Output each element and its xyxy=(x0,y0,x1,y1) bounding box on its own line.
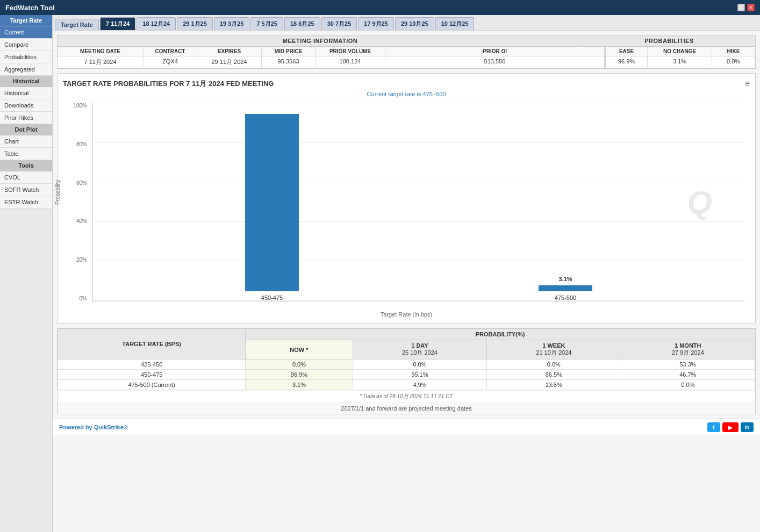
day1-450-475: 95.1% xyxy=(353,370,486,380)
bar-group-450-475: 96.9% 450-475 xyxy=(245,114,299,301)
projected-note: 2027/1/1 and forward are projected meeti… xyxy=(58,402,755,414)
month1-425-450: 53.3% xyxy=(621,360,755,370)
sidebar-item-prior-hikes[interactable]: Prior Hikes xyxy=(0,112,52,124)
trademark: ® xyxy=(124,424,128,430)
expires-value: 29 11月 2024 xyxy=(197,56,262,68)
y-axis-label: Probability xyxy=(55,194,61,205)
column-headers-row: MEETING DATE CONTRACT EXPIRES MID PRICE … xyxy=(58,47,755,56)
sidebar-item-downloads[interactable]: Downloads xyxy=(0,99,52,112)
y-tick-20: 20% xyxy=(76,257,87,263)
sidebar-item-probabilities[interactable]: Probabilities xyxy=(0,51,52,63)
tab-target-rate[interactable]: Target Rate xyxy=(55,19,99,30)
col-no-change: NO CHANGE xyxy=(648,47,712,56)
month1-450-475: 46.7% xyxy=(621,370,755,380)
col-1week-date: 21 10月 2024 xyxy=(536,349,571,356)
tab-29oct25[interactable]: 29 10月25 xyxy=(395,17,434,30)
tab-7nov24[interactable]: 7 11月24 xyxy=(100,17,136,30)
sidebar-section-historical[interactable]: Historical xyxy=(0,76,52,87)
day1-425-450: 0.0% xyxy=(353,360,486,370)
col-header-1week: 1 WEEK21 10月 2024 xyxy=(487,340,621,360)
rate-475-500: 475-500 (Current) xyxy=(58,380,246,390)
main-layout: Target Rate Current Compare Probabilitie… xyxy=(0,15,760,532)
prior-volume-value: 100,124 xyxy=(316,56,385,68)
tab-17sep25[interactable]: 17 9月25 xyxy=(358,17,394,30)
sidebar-item-compare[interactable]: Compare xyxy=(0,39,52,51)
section-header-row: MEETING INFORMATION PROBABILITIES xyxy=(58,35,755,47)
y-tick-40: 40% xyxy=(76,218,87,224)
sidebar-section-tools[interactable]: Tools xyxy=(0,160,52,171)
week1-475-500: 13.5% xyxy=(487,380,621,390)
sidebar-section-target-rate[interactable]: Target Rate xyxy=(0,15,52,26)
y-tick-80: 80% xyxy=(76,141,87,147)
refresh-button[interactable]: ↺ xyxy=(737,4,745,11)
y-tick-100: 100% xyxy=(73,103,87,109)
sidebar-item-current[interactable]: Current xyxy=(0,26,52,39)
tab-7may25[interactable]: 7 5月25 xyxy=(250,17,283,30)
meeting-info-section: MEETING INFORMATION PROBABILITIES MEETIN… xyxy=(57,35,756,69)
tab-30jul25[interactable]: 30 7月25 xyxy=(321,17,357,30)
tab-18jun25[interactable]: 18 6月25 xyxy=(284,17,320,30)
col-prior-volume: PRIOR VOLUME xyxy=(316,47,385,56)
bar-475-500: 3.1% xyxy=(539,285,592,291)
table-row-475-500: 475-500 (Current) 3.1% 4.9% 13.5% 0.0% xyxy=(58,380,755,390)
tab-10dec25[interactable]: 10 12月25 xyxy=(435,17,475,30)
sidebar-item-estr-watch[interactable]: ESTR Watch xyxy=(0,196,52,209)
data-note: * Data as of 28 10月 2024 11:11:21 CT xyxy=(58,390,755,402)
bar-label-450-475: 96.9% xyxy=(263,104,280,111)
sidebar-item-cvol[interactable]: CVOL xyxy=(0,171,52,184)
y-axis: 100% 80% 60% 40% 20% 0% xyxy=(63,103,90,301)
week1-450-475: 86.5% xyxy=(487,370,621,380)
col-hike: HIKE xyxy=(712,47,755,56)
chart-section: TARGET RATE PROBABILITIES FOR 7 11月 2024… xyxy=(57,73,756,323)
col-header-1day: 1 DAY25 10月 2024 xyxy=(353,340,486,360)
youtube-icon[interactable]: ▶ xyxy=(722,422,739,432)
sidebar-item-aggregated[interactable]: Aggregated xyxy=(0,63,52,76)
chart-plot-area: Q 96.9% 450-475 xyxy=(92,103,744,301)
week1-425-450: 0.0% xyxy=(487,360,621,370)
window-controls: ↺ ✕ xyxy=(737,4,755,11)
tab-bar: Target Rate 7 11月24 18 12月24 29 1月25 19 … xyxy=(53,15,760,31)
linkedin-icon[interactable]: in xyxy=(741,422,754,432)
sidebar-item-table[interactable]: Table xyxy=(0,148,52,160)
bar-x-label-450-475: 450-475 xyxy=(261,294,283,301)
twitter-icon[interactable]: t xyxy=(707,422,720,432)
meeting-data-row: 7 11月 2024 ZQX4 29 11月 2024 95.3563 100,… xyxy=(58,56,755,68)
bar-label-475-500: 3.1% xyxy=(558,276,572,282)
chart-menu-icon[interactable]: ≡ xyxy=(745,79,750,89)
now-450-475: 96.9% xyxy=(246,370,353,380)
month1-475-500: 0.0% xyxy=(621,380,755,390)
col-1day-date: 25 10月 2024 xyxy=(402,349,438,356)
main-content: Target Rate 7 11月24 18 12月24 29 1月25 19 … xyxy=(53,15,760,532)
bar-x-label-475-500: 475-500 xyxy=(555,294,576,301)
hike-value: 0.0% xyxy=(712,56,755,68)
sidebar-item-sofr-watch[interactable]: SOFR Watch xyxy=(0,184,52,196)
probability-table-section: TARGET RATE (BPS) PROBABILITY(%) NOW * 1… xyxy=(57,328,756,414)
day1-475-500: 4.9% xyxy=(353,380,486,390)
y-tick-60: 60% xyxy=(76,180,87,186)
y-tick-0: 0% xyxy=(80,296,87,301)
page-content: MEETING INFORMATION PROBABILITIES MEETIN… xyxy=(53,31,760,419)
sidebar-item-historical[interactable]: Historical xyxy=(0,87,52,99)
tab-19mar25[interactable]: 19 3月25 xyxy=(214,17,250,30)
col-header-1month: 1 MONTH27 9月 2024 xyxy=(621,340,755,360)
mid-price-value: 95.3563 xyxy=(262,56,316,68)
bar-450-475: 96.9% xyxy=(245,114,299,291)
now-475-500: 3.1% xyxy=(246,380,353,390)
brand-name: QuikStrike xyxy=(94,424,124,430)
prior-oi-value: 513,556 xyxy=(385,56,605,68)
close-button[interactable]: ✕ xyxy=(747,4,755,11)
tab-18dec24[interactable]: 18 12月24 xyxy=(137,17,176,30)
powered-by-text: Powered by xyxy=(59,424,94,430)
col-expires: EXPIRES xyxy=(197,47,262,56)
sidebar-item-chart[interactable]: Chart xyxy=(0,135,52,148)
now-425-450: 0.0% xyxy=(246,360,353,370)
tab-29jan25[interactable]: 29 1月25 xyxy=(177,17,213,30)
sidebar-section-dot-plot[interactable]: Dot Plot xyxy=(0,124,52,135)
table-row-450-475: 450-475 96.9% 95.1% 86.5% 46.7% xyxy=(58,370,755,380)
rate-425-450: 425-450 xyxy=(58,360,246,370)
powered-by: Powered by QuikStrike® xyxy=(59,424,128,430)
app-title: FedWatch Tool xyxy=(5,4,55,12)
col-header-probability: PROBABILITY(%) xyxy=(246,329,755,340)
table-row-425-450: 425-450 0.0% 0.0% 0.0% 53.3% xyxy=(58,360,755,370)
sidebar: Target Rate Current Compare Probabilitie… xyxy=(0,15,53,532)
